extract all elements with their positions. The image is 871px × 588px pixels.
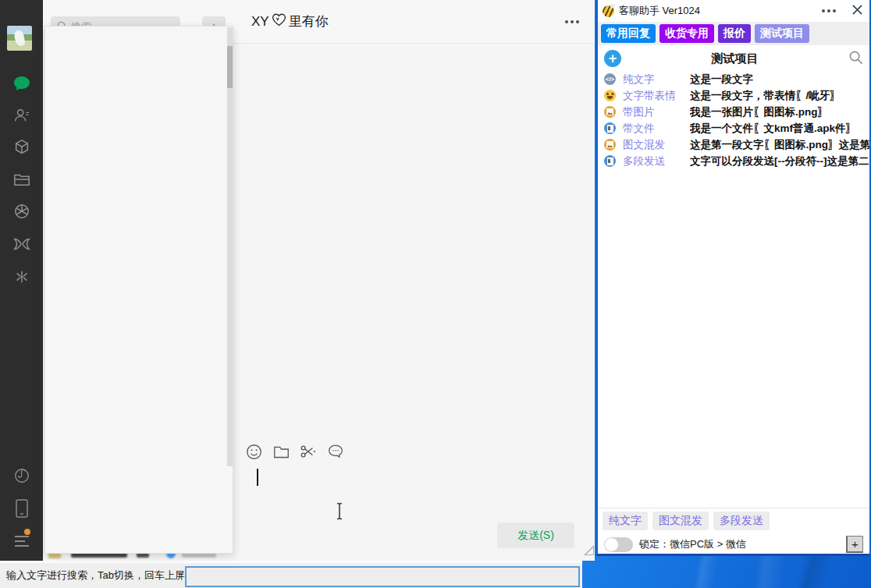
tab-changyonghuifu[interactable]: 常用回复 bbox=[601, 24, 656, 43]
item-label: 多段发送 bbox=[623, 154, 690, 168]
list-item[interactable]: 带文件 我是一个文件〖文kmf普通.apk件〗 bbox=[598, 120, 869, 136]
add-item-button[interactable]: + bbox=[604, 50, 621, 67]
wechat-window: + XY 里有你 bbox=[0, 0, 595, 561]
popup-scrollbar-thumb[interactable] bbox=[227, 46, 233, 88]
image-icon bbox=[604, 106, 616, 118]
send-file-folder-icon[interactable] bbox=[272, 443, 290, 460]
helper-tabs: 常用回复 收货专用 报价 测试项目 bbox=[598, 22, 869, 45]
item-label: 文字带表情 bbox=[623, 89, 690, 103]
list-item[interactable]: 图文混发 这是第一段文字〖图图标.png〗这是第... bbox=[598, 136, 869, 153]
tab-ceshixiangmu[interactable]: 测试项目 bbox=[755, 24, 809, 43]
chat-panel: XY 里有你 发送(S) bbox=[231, 0, 595, 561]
chat-title: XY 里有你 bbox=[251, 12, 329, 31]
phone-icon[interactable] bbox=[0, 498, 43, 519]
chat-files-folder-icon[interactable] bbox=[0, 169, 43, 190]
text-caret bbox=[257, 469, 258, 486]
avatar[interactable] bbox=[7, 26, 32, 51]
smiley-icon bbox=[604, 90, 616, 101]
lock-toggle[interactable] bbox=[604, 537, 633, 552]
chat-title-prefix: XY bbox=[251, 14, 269, 30]
heart-icon bbox=[271, 12, 287, 31]
code-icon: </> bbox=[604, 73, 616, 85]
image-icon bbox=[604, 139, 616, 151]
emoji-icon[interactable] bbox=[245, 443, 262, 460]
item-label: 纯文字 bbox=[623, 73, 690, 87]
notification-dot bbox=[24, 529, 30, 535]
lock-label: 锁定：微信PC版 > 微信 bbox=[639, 537, 746, 551]
helper-title-bar: 客聊助手 Ver1024 bbox=[598, 0, 869, 22]
list-item[interactable]: 多段发送 文字可以分段发送[--分段符--]这是第二... bbox=[598, 153, 869, 169]
helper-more-icon[interactable] bbox=[819, 6, 839, 16]
bee-app-icon bbox=[603, 5, 614, 17]
helper-search-input[interactable] bbox=[185, 566, 580, 587]
list-item[interactable]: 文字带表情 这是一段文字，带表情〖/呲牙〗 bbox=[598, 87, 869, 104]
popup-scrollbar-track[interactable] bbox=[227, 27, 233, 466]
file-icon bbox=[604, 122, 616, 134]
quick-chunwenzi-button[interactable]: 纯文字 bbox=[603, 512, 648, 530]
close-icon[interactable] bbox=[851, 4, 863, 19]
menu-icon[interactable] bbox=[0, 531, 43, 551]
item-content: 文字可以分段发送[--分段符--]这是第二... bbox=[690, 154, 869, 168]
helper-window: 客聊助手 Ver1024 常用回复 收货专用 报价 测试项目 + 测试项目 </… bbox=[595, 0, 871, 556]
wechat-sidebar bbox=[0, 0, 43, 561]
item-content: 我是一个文件〖文kmf普通.apk件〗 bbox=[690, 122, 869, 136]
chats-icon[interactable] bbox=[0, 73, 43, 94]
item-content: 这是一段文字 bbox=[690, 73, 869, 87]
popup-panel bbox=[44, 26, 233, 554]
helper-search-icon[interactable] bbox=[848, 50, 863, 68]
item-label: 带文件 bbox=[623, 122, 690, 136]
quick-buttons-row: 纯文字 图文混发 多段发送 bbox=[598, 512, 869, 530]
helper-bottom-row: 锁定：微信PC版 > 微信 + bbox=[598, 535, 869, 554]
quick-tuwenhunfa-button[interactable]: 图文混发 bbox=[652, 512, 709, 530]
input-toolbar bbox=[245, 443, 344, 460]
list-item[interactable]: 带图片 我是一张图片〖图图标.png〗 bbox=[598, 104, 869, 120]
tab-baojia[interactable]: 报价 bbox=[718, 24, 751, 43]
section-title: 测试项目 bbox=[621, 51, 848, 66]
divider bbox=[598, 508, 869, 508]
channels-icon[interactable] bbox=[0, 234, 43, 254]
item-content: 这是第一段文字〖图图标.png〗这是第... bbox=[690, 138, 869, 152]
helper-title: 客聊助手 Ver1024 bbox=[619, 4, 700, 18]
item-label: 图文混发 bbox=[623, 138, 690, 152]
chat-title-suffix: 里有你 bbox=[289, 12, 329, 30]
chat-history-icon[interactable] bbox=[327, 443, 344, 460]
mini-programs-icon[interactable] bbox=[0, 466, 43, 486]
resize-grip[interactable] bbox=[584, 545, 594, 555]
collections-cube-icon[interactable] bbox=[0, 137, 43, 158]
contacts-icon[interactable] bbox=[0, 105, 43, 126]
chat-more-icon[interactable] bbox=[562, 17, 582, 27]
list-item[interactable]: </> 纯文字 这是一段文字 bbox=[598, 71, 869, 87]
chat-title-bar: XY 里有你 bbox=[231, 0, 595, 44]
item-content: 这是一段文字，带表情〖/呲牙〗 bbox=[690, 89, 869, 103]
add-square-button[interactable]: + bbox=[846, 536, 863, 553]
send-button[interactable]: 发送(S) bbox=[497, 522, 574, 548]
moments-aperture-icon[interactable] bbox=[0, 201, 43, 221]
tab-shouhuozhuanyong[interactable]: 收货专用 bbox=[659, 24, 714, 43]
helper-list-header: + 测试项目 bbox=[598, 47, 869, 70]
ibeam-cursor bbox=[334, 502, 345, 523]
search-hint-text: 输入文字进行搜索，Tab切换，回车上屏 bbox=[6, 569, 185, 583]
file-icon bbox=[604, 155, 616, 167]
search-sparkle-icon[interactable] bbox=[0, 267, 43, 287]
screenshot-scissors-icon[interactable] bbox=[300, 443, 317, 460]
helper-search-bar: 输入文字进行搜索，Tab切换，回车上屏 bbox=[0, 561, 582, 588]
item-label: 带图片 bbox=[623, 105, 690, 119]
quick-duoduanfasong-button[interactable]: 多段发送 bbox=[713, 512, 770, 530]
item-content: 我是一张图片〖图图标.png〗 bbox=[690, 105, 869, 119]
